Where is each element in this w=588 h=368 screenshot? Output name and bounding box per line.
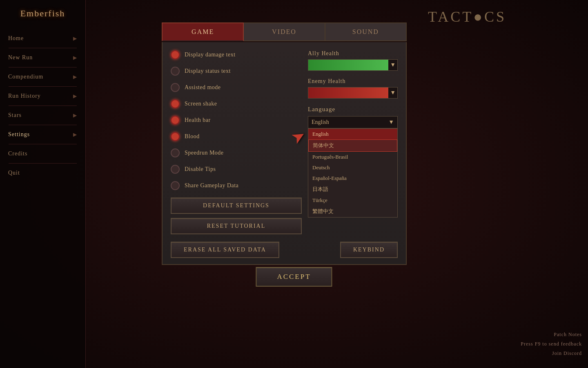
default-settings-button[interactable]: Default Settings	[171, 197, 302, 214]
enemy-health-bar-bg: ▼	[308, 87, 398, 99]
toggle-assisted-mode-circle[interactable]	[171, 83, 180, 92]
sidebar: Emberfish Home ▶ New Run ▶ Compendium ▶ …	[0, 0, 86, 368]
sidebar-label: New Run	[8, 54, 33, 61]
action-buttons: Default Settings Reset Tutorial	[171, 197, 302, 234]
sidebar-item-runhistory[interactable]: Run History ▶	[0, 89, 85, 103]
reset-tutorial-button[interactable]: Reset Tutorial	[171, 218, 302, 234]
toggle-blood: Blood	[171, 132, 302, 141]
right-section: Ally Health ▼ Enemy Health ▼ Language En…	[308, 50, 398, 234]
sidebar-item-stars[interactable]: Stars ▶	[0, 108, 85, 123]
erase-all-button[interactable]: Erase ALL saved data	[171, 242, 279, 258]
toggle-blood-label: Blood	[185, 133, 200, 140]
sidebar-divider	[9, 48, 77, 48]
sidebar-item-quit[interactable]: Quit	[0, 166, 85, 180]
toggle-speedrun-label: Speedrun Mode	[185, 150, 224, 156]
ally-health-bar[interactable]: ▼	[308, 59, 398, 71]
keybind-button[interactable]: Keybind	[340, 242, 398, 258]
settings-dialog: Display damage text Display status text …	[162, 42, 407, 265]
enemy-health-label: Enemy Health	[308, 78, 398, 85]
sidebar-divider	[9, 125, 77, 125]
language-selector[interactable]: English ▼ English 简体中文 Português-Brasil …	[308, 116, 398, 128]
toggle-health-bar: Health bar	[171, 116, 302, 125]
sidebar-item-credits[interactable]: Credits	[0, 146, 85, 161]
toggle-assisted-mode-label: Assisted mode	[185, 84, 221, 91]
language-option-japanese[interactable]: 日本語	[308, 184, 397, 195]
language-select-box[interactable]: English ▼	[308, 116, 398, 128]
feedback-link[interactable]: Press F9 to send feedback	[521, 341, 582, 347]
sidebar-label: Settings	[8, 131, 30, 138]
language-option-turkish[interactable]: Türkçe	[308, 195, 397, 206]
toggle-speedrun: Speedrun Mode	[171, 148, 302, 157]
patch-notes-link[interactable]: Patch Notes	[554, 332, 582, 338]
app-title: Emberfish	[20, 8, 65, 19]
chevron-right-icon: ▶	[73, 93, 77, 99]
language-label: Language	[308, 106, 398, 113]
tab-video[interactable]: Video	[244, 22, 325, 41]
sidebar-divider	[9, 67, 77, 67]
selected-language: English	[312, 119, 329, 126]
chevron-right-icon: ▶	[73, 36, 77, 42]
chevron-right-icon: ▶	[73, 55, 77, 61]
discord-link[interactable]: Join Discord	[552, 350, 582, 357]
toggle-speedrun-circle[interactable]	[171, 148, 180, 157]
sidebar-divider	[9, 86, 77, 87]
toggle-display-status: Display status text	[171, 67, 302, 76]
sidebar-item-settings[interactable]: Settings ▶	[0, 127, 85, 142]
tab-game[interactable]: Game	[162, 22, 244, 41]
ally-health-dropdown-arrow: ▼	[390, 62, 396, 68]
toggle-blood-circle[interactable]	[171, 132, 180, 141]
language-option-traditional-chinese[interactable]: 繁體中文	[308, 206, 397, 217]
enemy-health-fill	[308, 88, 388, 98]
toggle-screen-shake: Screen shake	[171, 99, 302, 108]
bottom-buttons: Erase ALL saved data Keybind	[171, 242, 398, 258]
toggle-health-bar-circle[interactable]	[171, 116, 180, 125]
accept-button[interactable]: Accept	[256, 267, 332, 287]
language-option-deutsch[interactable]: Deutsch	[308, 162, 397, 173]
enemy-health-bar[interactable]: ▼	[308, 87, 398, 99]
sidebar-item-newrun[interactable]: New Run ▶	[0, 50, 85, 65]
toggle-share-gameplay-label: Share Gameplay Data	[185, 182, 238, 189]
sidebar-item-compendium[interactable]: Compendium ▶	[0, 70, 85, 84]
language-option-english[interactable]: English	[308, 129, 397, 139]
settings-columns: Display damage text Display status text …	[171, 50, 398, 234]
toggle-screen-shake-label: Screen shake	[185, 101, 217, 107]
ally-health-label: Ally Health	[308, 50, 398, 57]
toggle-display-damage-circle[interactable]	[171, 50, 180, 59]
right-side-links: Patch Notes Press F9 to send feedback Jo…	[506, 0, 588, 368]
sidebar-divider	[9, 144, 77, 144]
toggle-disable-tips: Disable Tips	[171, 165, 302, 174]
sidebar-divider	[9, 105, 77, 106]
sidebar-label: Credits	[8, 150, 27, 157]
toggle-share-gameplay-circle[interactable]	[171, 181, 180, 190]
ally-health-bar-bg: ▼	[308, 59, 398, 71]
toggle-health-bar-label: Health bar	[185, 117, 211, 123]
toggles-section: Display damage text Display status text …	[171, 50, 302, 234]
toggle-disable-tips-label: Disable Tips	[185, 166, 216, 173]
sidebar-label: Stars	[8, 112, 22, 119]
sidebar-label: Quit	[8, 170, 20, 176]
decorative-text: TACT●CS	[428, 8, 506, 25]
language-option-simplified-chinese[interactable]: 简体中文	[308, 139, 397, 152]
language-option-portuguese[interactable]: Português-Brasil	[308, 152, 397, 162]
toggle-display-damage: Display damage text	[171, 50, 302, 59]
toggle-display-status-label: Display status text	[185, 68, 231, 74]
tab-sound[interactable]: Sound	[325, 22, 407, 41]
toggle-assisted-mode: Assisted mode	[171, 83, 302, 92]
sidebar-item-home[interactable]: Home ▶	[0, 31, 85, 46]
chevron-right-icon: ▶	[73, 132, 77, 138]
toggle-screen-shake-circle[interactable]	[171, 99, 180, 108]
toggle-display-damage-label: Display damage text	[185, 52, 236, 58]
toggle-disable-tips-circle[interactable]	[171, 165, 180, 174]
dropdown-chevron-icon: ▼	[388, 119, 394, 126]
sidebar-divider	[9, 163, 77, 164]
sidebar-label: Home	[8, 35, 24, 42]
ally-health-fill	[308, 60, 388, 70]
language-dropdown: English 简体中文 Português-Brasil Deutsch Es…	[308, 128, 398, 218]
language-option-spanish[interactable]: Español-España	[308, 173, 397, 184]
toggle-display-status-circle[interactable]	[171, 67, 180, 76]
accept-bar: Accept	[256, 267, 332, 287]
chevron-right-icon: ▶	[73, 112, 77, 119]
enemy-health-dropdown-arrow: ▼	[390, 90, 396, 96]
settings-tabs: Game Video Sound	[162, 22, 407, 41]
toggle-share-gameplay: Share Gameplay Data	[171, 181, 302, 190]
